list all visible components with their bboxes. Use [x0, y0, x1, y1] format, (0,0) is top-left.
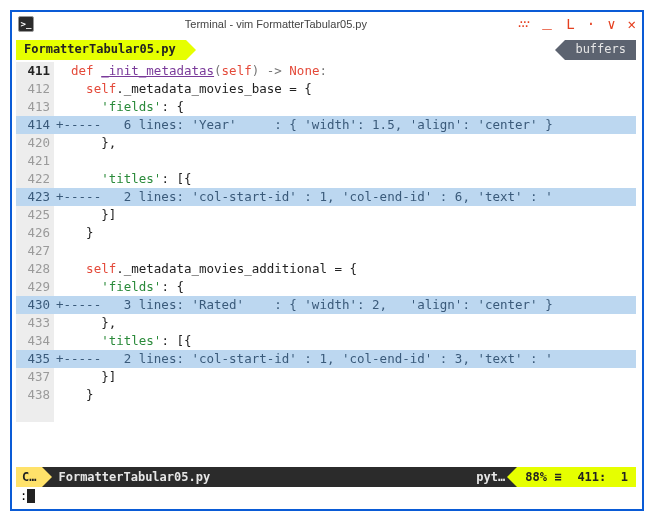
status-position: 411: 1: [569, 467, 636, 487]
code-text: 'fields': {: [54, 278, 636, 296]
code-line[interactable]: 425 }]: [16, 206, 636, 224]
line-number: 425: [16, 206, 54, 224]
code-line[interactable]: [16, 404, 636, 422]
code-text: }: [54, 224, 636, 242]
status-sep-icon: ≡: [554, 470, 561, 484]
code-line[interactable]: 412 self._metadata_movies_base = {: [16, 80, 636, 98]
code-line[interactable]: 429 'fields': {: [16, 278, 636, 296]
maximize-icon[interactable]: L: [566, 16, 574, 32]
code-text: [54, 242, 636, 260]
line-number: 429: [16, 278, 54, 296]
code-text: self._metadata_movies_base = {: [54, 80, 636, 98]
fold-line[interactable]: 423+----- 2 lines: 'col-start-id' : 1, '…: [16, 188, 636, 206]
line-number: 438: [16, 386, 54, 404]
code-line[interactable]: 428 self._metadata_movies_additional = {: [16, 260, 636, 278]
code-line[interactable]: 413 'fields': {: [16, 98, 636, 116]
window-kill-icon[interactable]: ∴∵: [518, 17, 528, 31]
line-number: 420: [16, 134, 54, 152]
code-text: +----- 3 lines: 'Rated' : { 'width': 2, …: [54, 296, 636, 314]
buffer-tabline: FormatterTabular05.py buffers: [16, 40, 636, 60]
minimize-icon[interactable]: ＿: [540, 15, 554, 33]
line-number: 411: [16, 62, 54, 80]
line-number: 437: [16, 368, 54, 386]
code-line[interactable]: 427: [16, 242, 636, 260]
code-text: 'titles': [{: [54, 170, 636, 188]
line-number: 433: [16, 314, 54, 332]
statusline: C… FormatterTabular05.py pyt… 88% ≡ 411:…: [16, 467, 636, 487]
code-text: +----- 6 lines: 'Year' : { 'width': 1.5,…: [54, 116, 636, 134]
command-line[interactable]: :: [16, 487, 636, 505]
titlebar: >_ Terminal - vim FormatterTabular05.py …: [12, 12, 642, 36]
code-line[interactable]: 437 }]: [16, 368, 636, 386]
terminal-window: >_ Terminal - vim FormatterTabular05.py …: [10, 10, 644, 511]
code-text: 'titles': [{: [54, 332, 636, 350]
line-number: 412: [16, 80, 54, 98]
fold-line[interactable]: 430+----- 3 lines: 'Rated' : { 'width': …: [16, 296, 636, 314]
code-text: },: [54, 134, 636, 152]
line-number: 413: [16, 98, 54, 116]
close-icon[interactable]: ✕: [628, 16, 636, 32]
code-text: },: [54, 314, 636, 332]
cursor: [27, 489, 35, 503]
code-text: self._metadata_movies_additional = {: [54, 260, 636, 278]
line-number: 435: [16, 350, 54, 368]
code-text: def _init_metadatas(self) -> None:: [54, 62, 636, 80]
line-number: 414: [16, 116, 54, 134]
status-percent: 88% ≡: [517, 467, 569, 487]
window-controls: ∴∵ ＿ L · ∨ ✕: [518, 15, 636, 33]
code-text: 'fields': {: [54, 98, 636, 116]
line-number: 428: [16, 260, 54, 278]
code-line[interactable]: 420 },: [16, 134, 636, 152]
terminal-content[interactable]: FormatterTabular05.py buffers 411 def _i…: [12, 36, 642, 509]
fold-line[interactable]: 414+----- 6 lines: 'Year' : { 'width': 1…: [16, 116, 636, 134]
status-filename: FormatterTabular05.py: [42, 467, 468, 487]
tab-buffers-label[interactable]: buffers: [565, 40, 636, 60]
line-number: 422: [16, 170, 54, 188]
code-line[interactable]: 422 'titles': [{: [16, 170, 636, 188]
status-mode: C…: [16, 467, 42, 487]
line-number: 427: [16, 242, 54, 260]
line-number: 423: [16, 188, 54, 206]
window-title: Terminal - vim FormatterTabular05.py: [34, 18, 518, 30]
tab-active[interactable]: FormatterTabular05.py: [16, 40, 186, 60]
fold-line[interactable]: 435+----- 2 lines: 'col-start-id' : 1, '…: [16, 350, 636, 368]
line-number: 421: [16, 152, 54, 170]
code-text: }: [54, 386, 636, 404]
terminal-icon: >_: [18, 16, 34, 32]
line-number: 426: [16, 224, 54, 242]
code-text: [54, 152, 636, 170]
code-text: }]: [54, 206, 636, 224]
tab-spacer: [186, 40, 566, 60]
chevron-down-icon[interactable]: ∨: [607, 16, 615, 32]
code-text: +----- 2 lines: 'col-start-id' : 1, 'col…: [54, 350, 636, 368]
cmd-prompt: :: [20, 489, 27, 503]
code-line[interactable]: 433 },: [16, 314, 636, 332]
status-col: 1: [621, 470, 628, 484]
line-number: 434: [16, 332, 54, 350]
code-text: [54, 404, 636, 422]
status-percent-value: 88%: [525, 470, 547, 484]
dot-icon[interactable]: ·: [587, 16, 595, 32]
code-text: +----- 2 lines: 'col-start-id' : 1, 'col…: [54, 188, 636, 206]
code-line[interactable]: 411 def _init_metadatas(self) -> None:: [16, 62, 636, 80]
code-area[interactable]: 411 def _init_metadatas(self) -> None:41…: [16, 62, 636, 467]
code-line[interactable]: 434 'titles': [{: [16, 332, 636, 350]
code-line[interactable]: 438 }: [16, 386, 636, 404]
line-number: [16, 404, 54, 422]
line-number: 430: [16, 296, 54, 314]
code-text: }]: [54, 368, 636, 386]
code-line[interactable]: 426 }: [16, 224, 636, 242]
status-line: 411: [577, 470, 599, 484]
code-line[interactable]: 421: [16, 152, 636, 170]
